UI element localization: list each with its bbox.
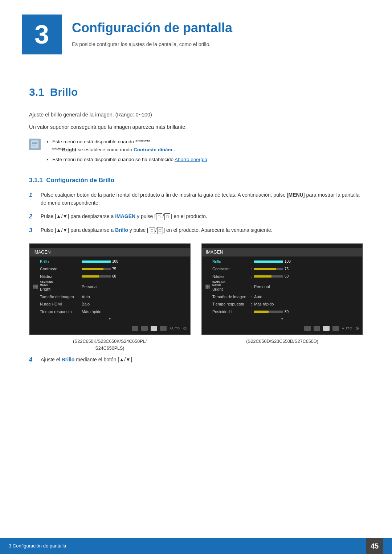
chapter-header: 3 Configuración de pantalla Es posible c… (0, 0, 392, 62)
monitor-row-tamano-2: Tamaño de imagen : Auto (202, 293, 362, 301)
step-number-1: 1 (29, 191, 38, 200)
btn-icon-4 (160, 326, 167, 331)
chapter-title: Configuración de pantalla (72, 18, 232, 38)
monitor-row-brillo-2: Brillo : 100 (202, 258, 362, 266)
step-1: 1 Pulse cualquier botón de la parte fron… (29, 191, 363, 207)
note-line-1: Este menú no está disponible cuando SAMS… (52, 138, 209, 155)
auto-label-1: AUTO (170, 326, 180, 331)
monitor-bottom-bar-2: AUTO ⚙ (202, 323, 362, 332)
monitor-screen-2: IMAGEN Brillo : 100 Contraste : (201, 243, 363, 336)
step-text-3: Pulse [▲/▼] para desplazarse a Brillo y … (41, 226, 363, 234)
step-number-2: 2 (29, 212, 38, 221)
section-description: Ajuste el brillo general de la imagen. (… (29, 111, 363, 131)
gear-icon-1: ⚙ (183, 325, 187, 332)
screenshot-caption-1: (S22C650K/S23C650K/S24C650PL/S24C650PLS) (73, 338, 147, 352)
icon-inline-3: □ (149, 227, 155, 234)
monitor-row-nitidez-1: Nitidez : 60 (30, 273, 190, 280)
monitor-bottom-bar-1: AUTO ⚙ (30, 323, 190, 332)
brillo-label-step4: Brillo (62, 357, 75, 362)
gear-icon-2: ⚙ (355, 325, 359, 332)
monitor-row-nitidez-2: Nitidez : 60 (202, 273, 362, 280)
step-number-4: 4 (29, 356, 38, 364)
section-title: 3.1Brillo (29, 84, 363, 100)
screenshot-2: IMAGEN Brillo : 100 Contraste : (201, 243, 363, 345)
note-lines: Este menú no está disponible cuando SAMS… (46, 138, 209, 166)
icon-inline-1: □ (156, 213, 162, 221)
down-arrow-1: ▼ (30, 316, 190, 321)
btn-icon-8 (332, 326, 339, 331)
btn-icon-7 (323, 326, 330, 331)
monitor-header-2: IMAGEN (202, 248, 362, 257)
note-line-2: Este menú no está disponible cuando se h… (52, 156, 209, 164)
monitor-row-tamano-1: Tamaño de imagen : Auto (30, 293, 190, 301)
monitor-row-tiempo-2: Tiempo respuesta : Más rápido (202, 300, 362, 308)
monitor-row-contraste-2: Contraste : 75 (202, 265, 362, 273)
section-desc-2: Un valor superior conseguirá que la imag… (29, 123, 363, 131)
monitor-row-tiempo-1: Tiempo respuesta : Más rápido (30, 308, 190, 316)
icon-inline-2: □ (164, 213, 171, 221)
subsection-title: 3.1.1 Configuración de Brillo (29, 176, 363, 185)
step-2: 2 Pulse [▲/▼] para desplazarse a IMAGEN … (29, 212, 363, 221)
page-footer: 3 Configuración de pantalla 45 (0, 538, 392, 554)
monitor-row-posicion-2: Posición-H : 50 (202, 308, 362, 316)
section-desc-1: Ajuste el brillo general de la imagen. (… (29, 111, 363, 119)
step-text-2: Pulse [▲/▼] para desplazarse a IMAGEN y … (41, 212, 363, 221)
step-number-3: 3 (29, 226, 38, 235)
brillo-label-step3: Brillo (115, 227, 128, 233)
screenshot-1: IMAGEN Brillo : 100 Contraste : (29, 243, 191, 352)
bright-label: Bright (62, 147, 77, 152)
chapter-subtitle: Es posible configurar los ajustes de la … (72, 41, 232, 48)
chapter-number: 3 (22, 15, 62, 54)
footer-page-number: 45 (366, 538, 383, 554)
chapter-title-block: Configuración de pantalla Es posible con… (72, 15, 232, 48)
note-icon (29, 139, 41, 150)
note-box: Este menú no está disponible cuando SAMS… (29, 138, 363, 166)
step-text-4: Ajuste el Brillo mediante el botón [▲/▼]… (41, 356, 363, 364)
section-heading: Brillo (50, 86, 78, 98)
imagen-label: IMAGEN (115, 213, 135, 219)
step-3: 3 Pulse [▲/▼] para desplazarse a Brillo … (29, 226, 363, 235)
monitor-screen-1: IMAGEN Brillo : 100 Contraste : (29, 243, 191, 336)
contraste-link: Contraste dinám.. (134, 147, 175, 152)
steps-list: 1 Pulse cualquier botón de la parte fron… (29, 191, 363, 235)
section-number: 3.1 (29, 86, 44, 98)
monitor-row-brillo-1: Brillo : 100 (30, 258, 190, 266)
screenshot-caption-2: (S22C650D/S23C650D/S27C650D) (246, 338, 318, 345)
footer-section-label: 3 Configuración de pantalla (9, 542, 66, 550)
btn-icon-3 (151, 326, 157, 331)
btn-icon-2 (141, 326, 148, 331)
step4-list: 4 Ajuste el Brillo mediante el botón [▲/… (29, 356, 363, 364)
btn-icon-6 (314, 326, 320, 331)
step-4: 4 Ajuste el Brillo mediante el botón [▲/… (29, 356, 363, 364)
monitor-row-contraste-1: Contraste : 75 (30, 265, 190, 273)
btn-icon-5 (304, 326, 311, 331)
monitor-row-magic-2: ▦ SAMSUNGMAGICBright : Personal (202, 280, 362, 293)
auto-label-2: AUTO (342, 326, 352, 331)
icon-inline-4: □ (157, 227, 163, 234)
monitor-icon-left-1: ▦ (33, 282, 38, 291)
monitor-row-nneg-1: N.neg HDMI : Bajo (30, 300, 190, 308)
svg-rect-1 (31, 140, 38, 148)
monitor-header-1: IMAGEN (30, 248, 190, 257)
ahorro-link: Ahorro energía (175, 157, 207, 162)
step-text-1: Pulse cualquier botón de la parte fronta… (41, 191, 363, 207)
main-content: 3.1Brillo Ajuste el brillo general de la… (0, 73, 392, 401)
btn-icon-1 (132, 326, 138, 331)
monitor-icon-left-2: ▦ (205, 282, 211, 291)
screenshots-row: IMAGEN Brillo : 100 Contraste : (29, 243, 363, 352)
down-arrow-2: ▼ (202, 316, 362, 321)
monitor-row-magic-1: ▦ SAMSUNGMAGICBright : Personal (30, 280, 190, 293)
